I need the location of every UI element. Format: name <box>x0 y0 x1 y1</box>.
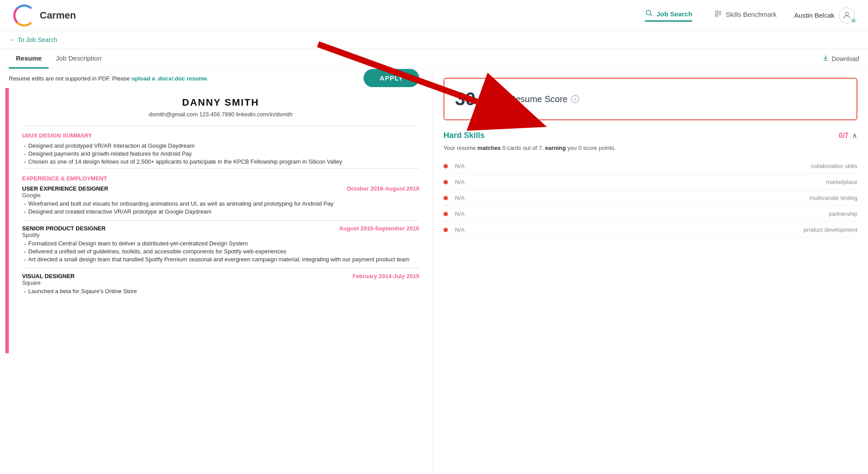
job-search-icon <box>645 9 653 19</box>
skill-row-5: N/A product development <box>443 222 857 238</box>
chevron-up-icon[interactable]: ∧ <box>852 131 857 140</box>
job2-bullet-3: Art directed a small design team that ha… <box>22 256 419 263</box>
svg-point-0 <box>646 10 651 15</box>
skill-dot-2 <box>443 180 448 184</box>
job-date-2: August 2015-September 2016 <box>339 225 419 232</box>
job3-bullet-1: Launched a beta for Sqaure's Online Stor… <box>22 288 419 294</box>
summary-bullet-1: Designed and prototyped VR/AR Interactio… <box>22 142 419 149</box>
skill-row-4: N/A partnership <box>443 206 857 222</box>
score-gauge <box>478 87 502 111</box>
svg-rect-3 <box>715 13 718 15</box>
hard-skills-section: Hard Skills 0/7 ∧ Your resume matches 0 … <box>443 131 857 238</box>
nav-job-search-label: Job Search <box>656 10 692 18</box>
section-title-summary: UI/UX DESIGN SUMMARY <box>22 132 419 139</box>
desc-matches: matches <box>478 145 501 151</box>
skill-dot-5 <box>443 228 448 232</box>
user-menu[interactable]: Austin Belcak ⚙ <box>794 8 855 23</box>
section-header-hard-skills: Hard Skills 0/7 ∧ <box>443 131 857 140</box>
resume-name: DANNY SMITH <box>22 97 419 108</box>
tab-job-description-label: Job Description <box>56 54 101 62</box>
job-date-1: October 2016-August 2019 <box>347 185 419 192</box>
main-content: Resume edits are not supported in PDF. P… <box>0 69 868 472</box>
settings-icon[interactable]: ⚙ <box>851 18 856 24</box>
user-name: Austin Belcak <box>794 11 834 19</box>
hard-skills-description: Your resume matches 0 cards out of 7, ea… <box>443 145 857 151</box>
info-icon-text: i <box>575 96 576 102</box>
job-entry-3: VISUAL DESIGNER February 2014-July 2015 … <box>22 273 419 294</box>
tab-resume-label: Resume <box>16 54 42 62</box>
job-title-3: VISUAL DESIGNER <box>22 273 75 279</box>
skill-name-3: multivariate testing <box>810 195 857 201</box>
job-title-1: USER EXPERIENCE DESIGNER <box>22 185 108 192</box>
job-entry-1: USER EXPERIENCE DESIGNER October 2016-Au… <box>22 185 419 215</box>
desc-before: Your resume <box>443 145 478 151</box>
hard-skills-title: Hard Skills <box>443 131 485 140</box>
section-title-experience: EXPERIENCE & EMPLOYMENT <box>22 175 419 182</box>
summary-bullet-2: Designed payments and growth-related fea… <box>22 150 419 157</box>
skill-name-5: product development <box>804 226 857 233</box>
score-label-text: Resume Score <box>509 94 568 104</box>
job1-bullet-1: Wireframed and built out visuals for onb… <box>22 200 419 207</box>
notice-text-before: Resume edits are not supported in PDF. P… <box>9 75 131 82</box>
job-title-2: SENIOR PRODUCT DESIGNER <box>22 225 106 232</box>
resume-accent-bar <box>5 88 9 353</box>
user-avatar: ⚙ <box>839 8 855 23</box>
logo-text: Carmen <box>40 10 76 21</box>
hard-skills-score: 0/7 <box>839 132 849 140</box>
skill-row-1: N/A collaboration skills <box>443 158 857 174</box>
skill-dot-4 <box>443 212 448 216</box>
nav-job-search[interactable]: Job Search <box>645 9 692 22</box>
resume-panel: Resume edits are not supported in PDF. P… <box>0 69 433 472</box>
skill-row-2: N/A marketplace <box>443 174 857 190</box>
skill-row-3: N/A multivariate testing <box>443 190 857 206</box>
score-info-icon[interactable]: i <box>571 95 579 103</box>
resume-document: DANNY SMITH dsmith@gmail.com 123.456.789… <box>0 88 432 353</box>
main-nav: Job Search Skills Benchmark <box>645 9 777 22</box>
back-to-job-search[interactable]: ← To Job Search <box>9 36 859 43</box>
job-company-3: Square <box>22 279 419 286</box>
skills-benchmark-icon <box>714 10 722 19</box>
tab-job-description[interactable]: Job Description <box>49 49 108 69</box>
nav-skills-benchmark[interactable]: Skills Benchmark <box>714 10 777 21</box>
breadcrumb-text: To Job Search <box>18 36 57 43</box>
job2-bullet-1: Formalized Central Design team to delive… <box>22 240 419 247</box>
resume-contact: dsmith@gmail.com 123.456.7890 linkedin.c… <box>22 111 419 118</box>
logo-icon <box>13 4 35 27</box>
apply-button[interactable]: APPLY <box>364 69 419 87</box>
job2-bullet-2: Delivered a unified set of guidelines, t… <box>22 248 419 255</box>
right-panel: 30 Resume Score i Hard Skills <box>433 69 868 472</box>
desc-middle: 0 cards out of 7, <box>501 145 545 151</box>
tab-resume[interactable]: Resume <box>9 49 49 69</box>
back-arrow-icon: ← <box>9 36 15 43</box>
download-icon <box>822 54 829 63</box>
download-label: Download <box>832 55 859 62</box>
skill-name-4: partnership <box>829 210 857 217</box>
skill-status-1: N/A <box>455 163 473 169</box>
nav-skills-benchmark-label: Skills Benchmark <box>726 11 777 18</box>
skill-status-3: N/A <box>455 195 473 201</box>
skill-status-2: N/A <box>455 179 473 185</box>
skill-status-4: N/A <box>455 210 473 217</box>
resume-score-box: 30 Resume Score i <box>443 78 857 120</box>
svg-rect-4 <box>715 15 718 16</box>
skill-name-2: marketplace <box>826 179 857 185</box>
svg-rect-2 <box>715 11 718 12</box>
job-date-3: February 2014-July 2015 <box>353 273 419 279</box>
download-button[interactable]: Download <box>822 54 859 63</box>
score-label: Resume Score i <box>509 94 579 104</box>
tabs-bar: Resume Job Description Download <box>0 49 868 69</box>
skill-dot-3 <box>443 196 448 200</box>
logo-area: Carmen <box>13 4 76 27</box>
job1-bullet-2: Designed and created interactive VR/AR p… <box>22 208 419 215</box>
job-company-1: Google <box>22 192 419 199</box>
job-company-2: Spotify <box>22 232 419 238</box>
skill-status-5: N/A <box>455 226 473 233</box>
skill-dot-1 <box>443 164 448 168</box>
summary-bullet-3: Chosen as one of 14 design fellows out o… <box>22 158 419 165</box>
svg-point-9 <box>845 12 848 15</box>
job-entry-2: SENIOR PRODUCT DESIGNER August 2015-Sept… <box>22 225 419 263</box>
resume-body: DANNY SMITH dsmith@gmail.com 123.456.789… <box>9 88 432 353</box>
score-number: 30 <box>455 88 476 110</box>
skill-name-1: collaboration skills <box>811 163 858 169</box>
upload-link[interactable]: upload a .docx/.doc resume. <box>131 75 208 82</box>
